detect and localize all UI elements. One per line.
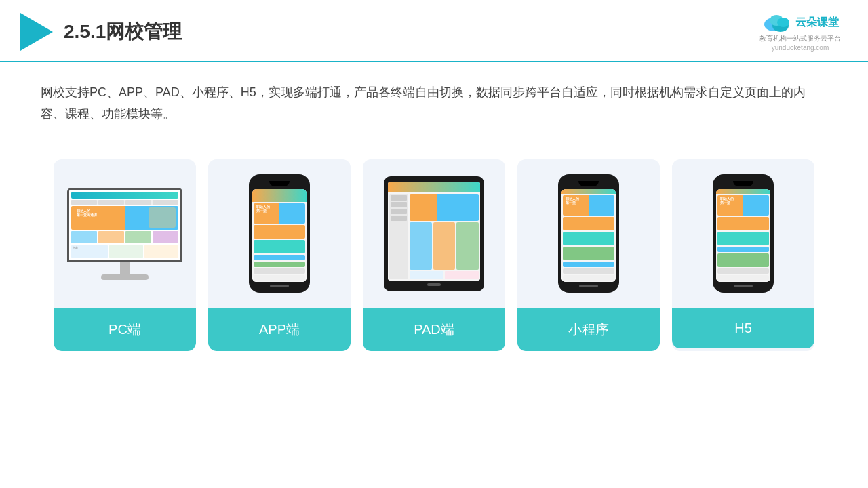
screen-content: 职达人的第一堂沟通课 内容 [69, 190, 180, 260]
tablet-sidebar-item [391, 195, 407, 201]
logo-triangle-icon [20, 13, 53, 51]
page-header: 2.5.1网校管理 云朵课堂 教育机构一站式服务云平台 yunduoketang… [0, 0, 868, 62]
phone-notch-mini [578, 181, 599, 186]
phone-mockup-app: 职达人的第一堂 [249, 174, 310, 293]
phone-body-h5: 职达人的第一堂 [713, 174, 774, 293]
tablet-body-content [388, 192, 480, 281]
screen-hero: 职达人的第一堂沟通课 [71, 206, 178, 230]
brand-name: 云朵课堂 [795, 16, 839, 30]
tablet-main-cards [410, 222, 479, 270]
tablet-card [410, 222, 432, 270]
tablet-sidebar [389, 194, 408, 279]
pc-monitor: 职达人的第一堂沟通课 内容 [67, 188, 182, 280]
phone-screen-header-mini [561, 189, 616, 194]
cards-container: 职达人的第一堂沟通课 内容 [0, 139, 868, 365]
tablet-sidebar-item [391, 216, 407, 221]
monitor-screen: 职达人的第一堂沟通课 内容 [67, 188, 182, 262]
phone-body-app: 职达人的第一堂 [249, 174, 310, 293]
brand-slogan: 教育机构一站式服务云平台 [760, 34, 841, 43]
app-card: 职达人的第一堂 APP端 [208, 159, 351, 351]
brand-logo: 云朵课堂 [762, 12, 839, 33]
phone-home-app [270, 285, 289, 287]
monitor-neck [120, 262, 130, 274]
app-image-area: 职达人的第一堂 [208, 159, 351, 308]
tablet-home-btn [427, 283, 441, 286]
screen-cards [71, 231, 178, 243]
phone-home-mini [579, 285, 598, 287]
phone-screen-header-app [252, 189, 307, 202]
tablet-main [410, 194, 479, 279]
tablet-body [384, 176, 484, 291]
monitor-base [101, 274, 149, 280]
phone-mockup-h5: 职达人的第一堂 [713, 174, 774, 293]
svg-point-3 [777, 18, 789, 27]
phone-screen-body-app: 职达人的第一堂 [252, 202, 307, 282]
page-title: 2.5.1网校管理 [64, 19, 182, 45]
phone-screen-header-h5 [716, 189, 770, 194]
tablet-screen [388, 182, 480, 281]
tablet-sidebar-item [391, 202, 407, 207]
pc-card: 职达人的第一堂沟通课 内容 [54, 159, 196, 351]
h5-label: H5 [672, 308, 814, 348]
miniprogram-card: 职达人的第一堂 小程序 [517, 159, 660, 351]
pc-image-area: 职达人的第一堂沟通课 内容 [54, 159, 196, 308]
phone-notch-app [269, 181, 290, 186]
tablet-header [388, 182, 480, 192]
pad-image-area [363, 159, 505, 308]
tablet-card [433, 222, 456, 270]
phone-screen-body-mini: 职达人的第一堂 [561, 194, 616, 282]
header-left: 2.5.1网校管理 [20, 13, 182, 51]
miniprogram-image-area: 职达人的第一堂 [517, 159, 660, 308]
pad-card: PAD端 [363, 159, 505, 351]
tablet-sidebar-item [391, 209, 407, 214]
phone-body-mini: 职达人的第一堂 [558, 174, 619, 293]
h5-image-area: 职达人的第一堂 [672, 159, 814, 308]
cloud-icon [762, 12, 791, 33]
phone-mockup-mini: 职达人的第一堂 [558, 174, 619, 293]
pc-label: PC端 [54, 308, 196, 351]
phone-screen-app: 职达人的第一堂 [252, 189, 307, 282]
tablet-card [456, 222, 479, 270]
description-text: 网校支持PC、APP、PAD、小程序、H5，实现多端打通，产品各终端自由切换，数… [0, 62, 868, 132]
phone-notch-h5 [733, 181, 753, 186]
h5-card: 职达人的第一堂 H5 [672, 159, 814, 351]
brand-area: 云朵课堂 教育机构一站式服务云平台 yunduoketang.com [760, 12, 841, 52]
phone-screen-body-h5: 职达人的第一堂 [716, 194, 770, 282]
app-label: APP端 [208, 308, 351, 351]
pad-label: PAD端 [363, 308, 505, 351]
brand-url: yunduoketang.com [772, 44, 829, 52]
miniprogram-label: 小程序 [517, 308, 660, 351]
phone-home-h5 [734, 285, 753, 287]
tablet-main-top [410, 194, 479, 221]
screen-header-bar [71, 192, 178, 199]
phone-screen-mini: 职达人的第一堂 [561, 189, 616, 282]
tablet-mockup [384, 176, 484, 291]
screen-nav [71, 200, 178, 205]
phone-screen-h5: 职达人的第一堂 [716, 189, 770, 282]
